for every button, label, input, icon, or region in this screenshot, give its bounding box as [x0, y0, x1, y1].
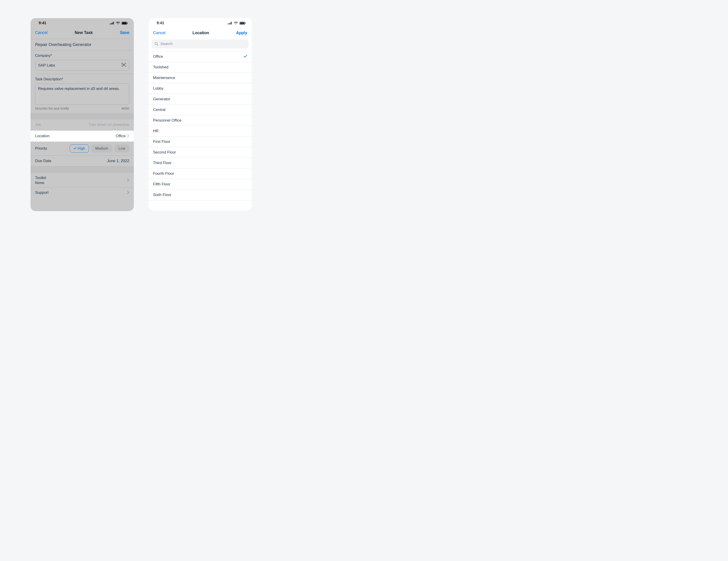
location-option[interactable]: Second Floor: [148, 147, 252, 158]
svg-rect-12: [229, 23, 230, 24]
location-option[interactable]: Maintenance: [148, 73, 252, 83]
section-spacer: [31, 167, 134, 173]
location-option-label: Third Floor: [153, 161, 172, 165]
location-option[interactable]: Sixth Floor: [148, 190, 252, 200]
location-option[interactable]: Fifth Floor: [148, 179, 252, 190]
status-time: 9:41: [157, 21, 164, 25]
location-option-label: HR: [153, 129, 159, 133]
location-value: Office: [116, 134, 126, 138]
location-option-label: Fourth Floor: [153, 171, 174, 176]
priority-label: Priority: [35, 146, 47, 151]
svg-rect-6: [127, 23, 128, 24]
svg-rect-8: [123, 64, 123, 66]
nav-title: Location: [192, 31, 209, 35]
search-placeholder: Search: [160, 42, 172, 46]
chevron-right-icon: [127, 134, 129, 138]
phone-new-task: 9:41 Cancel New Task Save Repair Overhea…: [31, 18, 134, 211]
location-option[interactable]: Personnel Office: [148, 115, 252, 126]
location-option[interactable]: Office: [148, 51, 252, 62]
nav-bar: Cancel New Task Save: [31, 28, 134, 39]
location-label: Location: [35, 134, 50, 138]
barcode-scan-icon[interactable]: [121, 63, 126, 68]
company-label: Company*: [31, 50, 134, 59]
location-option-label: Toolshed: [153, 65, 168, 70]
location-option[interactable]: First Floor: [148, 137, 252, 147]
section-spacer: [31, 113, 134, 119]
svg-rect-9: [124, 64, 124, 66]
toolkit-value: None: [35, 181, 46, 185]
cellular-icon: [228, 22, 232, 24]
priority-option-high-label: High: [78, 146, 85, 151]
status-icons: [228, 22, 246, 25]
wifi-icon: [234, 22, 238, 25]
svg-rect-3: [113, 22, 114, 24]
location-option[interactable]: Central: [148, 105, 252, 115]
location-option[interactable]: Lobby: [148, 83, 252, 94]
priority-segmented-control: High Medium Low: [70, 144, 129, 153]
location-list: OfficeToolshedMaintenanceLobbyGeneratorC…: [148, 51, 252, 200]
priority-option-low[interactable]: Low: [115, 144, 129, 153]
location-option-label: Central: [153, 108, 165, 112]
toolkit-row[interactable]: Toolkit None: [31, 173, 134, 187]
due-date-row[interactable]: Due Date June 1, 2022: [31, 156, 134, 167]
location-row[interactable]: Location Office: [31, 130, 134, 142]
status-icons: [110, 22, 128, 25]
battery-icon: [122, 22, 128, 25]
location-option[interactable]: HR: [148, 126, 252, 137]
cancel-button[interactable]: Cancel: [153, 31, 165, 35]
save-button[interactable]: Save: [120, 30, 129, 35]
priority-option-medium[interactable]: Medium: [91, 144, 112, 153]
search-input[interactable]: Search: [152, 39, 249, 48]
location-option-label: Fifth Floor: [153, 182, 170, 187]
svg-line-19: [157, 45, 158, 46]
job-row: Job Tree down on powerline: [31, 119, 134, 130]
due-date-label: Due Date: [35, 159, 51, 163]
company-input[interactable]: SAP Labs: [35, 60, 129, 71]
location-option-label: Office: [153, 54, 163, 59]
location-option-label: First Floor: [153, 139, 170, 144]
svg-rect-1: [111, 23, 112, 24]
status-bar: 9:41: [31, 18, 134, 28]
task-description-hint: Describe the task briefly: [35, 107, 69, 110]
nav-title: New Task: [75, 30, 93, 35]
check-icon: [244, 54, 247, 59]
phone-location-picker: 9:41 Cancel Location Apply Search Office…: [148, 18, 252, 211]
location-option-label: Second Floor: [153, 150, 176, 155]
chevron-right-icon: [127, 190, 129, 195]
task-description-textarea[interactable]: Requires valve replacement in d3 and d4 …: [35, 84, 129, 105]
svg-rect-2: [112, 22, 113, 24]
battery-icon: [239, 22, 246, 25]
svg-rect-17: [245, 23, 246, 24]
job-value: Tree down on powerline: [88, 122, 129, 127]
location-option-label: Generator: [153, 97, 170, 101]
location-option[interactable]: Third Floor: [148, 158, 252, 168]
status-time: 9:41: [39, 21, 46, 25]
svg-rect-5: [122, 22, 127, 24]
priority-row: Priority High Medium Low: [31, 142, 134, 156]
priority-option-high[interactable]: High: [70, 144, 89, 153]
toolkit-label: Toolkit: [35, 176, 46, 180]
cellular-icon: [110, 22, 114, 24]
location-option[interactable]: Fourth Floor: [148, 168, 252, 179]
location-option-label: Lobby: [153, 86, 163, 91]
location-option-label: Maintenance: [153, 76, 175, 80]
wifi-icon: [116, 22, 120, 25]
company-value: SAP Labs: [38, 63, 121, 68]
status-bar: 9:41: [148, 18, 252, 28]
task-description-hint-row: Describe the task briefly 46/50: [31, 105, 134, 113]
apply-button[interactable]: Apply: [236, 31, 247, 35]
location-option-label: Personnel Office: [153, 118, 181, 123]
svg-rect-7: [123, 64, 123, 66]
location-option[interactable]: Generator: [148, 94, 252, 105]
chevron-right-icon: [127, 178, 129, 183]
due-date-value: June 1, 2022: [107, 159, 129, 163]
svg-rect-14: [231, 22, 232, 24]
task-description-label: Task Description*: [31, 74, 134, 83]
support-row[interactable]: Support: [31, 187, 134, 198]
check-icon: [74, 146, 77, 151]
location-option-label: Sixth Floor: [153, 193, 171, 197]
location-option[interactable]: Toolshed: [148, 62, 252, 73]
task-description-counter: 46/50: [121, 107, 129, 110]
cancel-button[interactable]: Cancel: [35, 30, 48, 35]
task-title-input[interactable]: Repair Overheating Generator: [31, 39, 134, 50]
